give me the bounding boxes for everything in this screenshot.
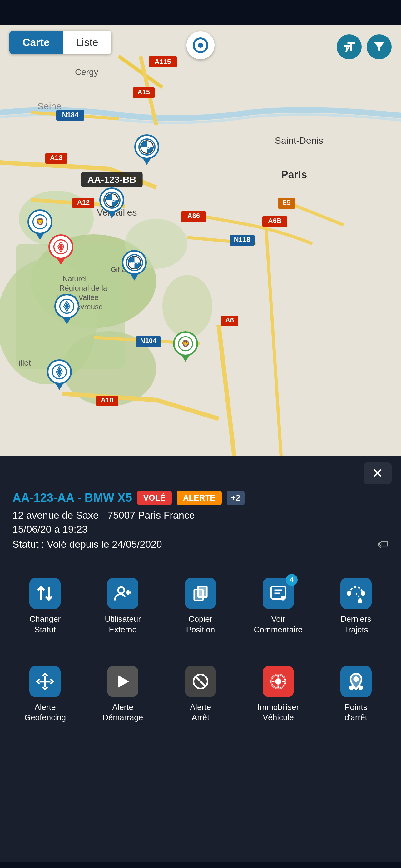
- vehicle-statut: Statut : Volé depuis le 24/05/2020 🏷: [12, 538, 389, 551]
- marker-bmw3[interactable]: BMW: [122, 250, 147, 281]
- changer-statut-label: ChangerStatut: [30, 614, 61, 635]
- changer-statut-icon-wrap: [29, 578, 61, 609]
- bmw-logo-2: BMW: [103, 191, 121, 209]
- marker-circle-peugeot2: 🦁: [173, 331, 198, 356]
- svg-text:BMW: BMW: [131, 262, 138, 265]
- marker-triangle-peugeot2: [182, 355, 189, 362]
- marker-triangle-peugeot1: [36, 234, 44, 240]
- top-right-buttons: [337, 34, 392, 59]
- renault-logo-2: [59, 299, 75, 314]
- peugeot-logo-1: 🦁: [32, 214, 48, 230]
- svg-point-95: [359, 686, 362, 689]
- actions-grid-row2: AlerteGeofencing AlerteDémarrage AlerteA…: [0, 648, 401, 736]
- svg-point-87: [276, 679, 280, 684]
- vehicle-address: 12 avenue de Saxe - 75007 Paris France: [12, 509, 389, 521]
- peugeot-logo-2: 🦁: [178, 336, 193, 351]
- svg-text:A6B: A6B: [268, 217, 282, 225]
- renault-logo-1: [53, 239, 69, 255]
- alerte-demarrage-icon-wrap: [107, 666, 138, 697]
- marker-circle-bmw3: BMW: [122, 250, 147, 275]
- points-darret-icon: [347, 672, 365, 691]
- action-voir-commentaire[interactable]: 4 VoirCommentaire: [239, 569, 317, 642]
- tab-group[interactable]: Carte Liste: [9, 31, 111, 54]
- alerte-demarrage-label: AlerteDémarrage: [102, 702, 143, 723]
- copier-position-icon-wrap: [185, 578, 216, 609]
- badge-vole: VOLÉ: [137, 491, 172, 505]
- svg-point-78: [347, 592, 350, 595]
- immobiliser-icon-wrap: [263, 666, 294, 697]
- marker-triangle-renault3: [56, 384, 63, 390]
- svg-rect-73: [198, 587, 207, 597]
- close-icon: ✕: [372, 466, 383, 480]
- vehicle-title-text: AA-123-AA - BMW X5: [12, 491, 132, 505]
- svg-text:E5: E5: [282, 199, 291, 207]
- marker-triangle-bmw1: [143, 159, 151, 165]
- svg-text:BMW: BMW: [143, 146, 151, 149]
- close-panel-button[interactable]: ✕: [364, 462, 392, 484]
- font-size-button[interactable]: [337, 34, 362, 59]
- action-alerte-demarrage[interactable]: AlerteDémarrage: [84, 658, 162, 730]
- marker-circle-peugeot1: 🦁: [28, 209, 53, 234]
- action-copier-position[interactable]: CopierPosition: [162, 569, 239, 642]
- location-icon: [193, 37, 208, 53]
- svg-text:illet: illet: [19, 358, 31, 367]
- action-derniers-trajets[interactable]: DerniersTrajets: [317, 569, 395, 642]
- svg-text:N118: N118: [234, 236, 250, 243]
- svg-text:Régional de la: Régional de la: [59, 284, 107, 292]
- svg-point-68: [118, 587, 124, 593]
- marker-circle-bmw2: BMW: [99, 187, 124, 213]
- bottom-panel: ✕ AA-123-AA - BMW X5 VOLÉ ALERTE +2 12 a…: [0, 456, 401, 862]
- svg-text:A6: A6: [225, 316, 234, 324]
- changer-statut-icon: [36, 584, 54, 603]
- marker-peugeot1[interactable]: 🦁: [28, 209, 53, 240]
- actions-grid-row1: ChangerStatut UtilisateurExterne: [0, 560, 401, 648]
- copier-position-icon: [191, 584, 210, 603]
- utilisateur-externe-label: UtilisateurExterne: [105, 614, 141, 635]
- alerte-demarrage-icon: [113, 672, 132, 691]
- tab-liste-button[interactable]: Liste: [63, 31, 111, 54]
- svg-text:A86: A86: [188, 212, 200, 220]
- marker-bmw1[interactable]: BMW: [134, 134, 159, 165]
- marker-peugeot2[interactable]: 🦁: [173, 331, 198, 362]
- vehicle-date: 15/06/20 à 19:23: [12, 524, 389, 535]
- bmw-logo-1: BMW: [138, 138, 156, 156]
- tab-carte-button[interactable]: Carte: [9, 31, 63, 54]
- filter-icon: [372, 40, 386, 54]
- action-alerte-geofencing[interactable]: AlerteGeofencing: [6, 658, 84, 730]
- filter-button[interactable]: [367, 34, 392, 59]
- svg-text:Naturel: Naturel: [63, 274, 87, 283]
- renault-logo-3: [52, 364, 67, 380]
- action-changer-statut[interactable]: ChangerStatut: [6, 569, 84, 642]
- action-immobiliser[interactable]: ImmobiliserVéhicule: [239, 658, 317, 730]
- marker-renault2[interactable]: [54, 294, 79, 324]
- svg-line-85: [195, 676, 206, 687]
- points-darret-label: Pointsd'arrêt: [344, 702, 367, 723]
- vehicle-info: AA-123-AA - BMW X5 VOLÉ ALERTE +2 12 ave…: [0, 484, 401, 560]
- badge-alerte: ALERTE: [177, 491, 222, 505]
- svg-point-94: [350, 686, 353, 689]
- tag-icon: 🏷: [377, 538, 389, 551]
- marker-circle-bmw1: BMW: [134, 134, 159, 159]
- action-utilisateur-externe[interactable]: UtilisateurExterne: [84, 569, 162, 642]
- marker-triangle-bmw2: [108, 212, 115, 218]
- marker-renault3[interactable]: [47, 359, 72, 390]
- marker-bmw2[interactable]: AA-123-BB BMW: [99, 178, 124, 218]
- derniers-trajets-icon: [347, 584, 365, 603]
- action-points-darret[interactable]: Pointsd'arrêt: [317, 658, 395, 730]
- alerte-arret-icon: [191, 672, 210, 691]
- alerte-arret-icon-wrap: [185, 666, 216, 697]
- svg-text:A15: A15: [137, 88, 150, 96]
- svg-text:A13: A13: [50, 154, 63, 161]
- utilisateur-externe-icon: [113, 584, 132, 603]
- map-container[interactable]: Seine A115 A15 N184: [0, 25, 401, 456]
- alerte-geofencing-icon-wrap: [29, 666, 61, 697]
- derniers-trajets-icon-wrap: [340, 578, 372, 609]
- action-alerte-arret[interactable]: AlerteArrêt: [162, 658, 239, 730]
- marker-triangle-renault2: [63, 318, 71, 324]
- location-center-button[interactable]: [187, 31, 214, 59]
- svg-text:Seine: Seine: [37, 101, 62, 111]
- svg-text:A12: A12: [77, 198, 90, 206]
- svg-point-93: [354, 677, 358, 681]
- bmw-logo-3: BMW: [126, 254, 143, 271]
- svg-text:A10: A10: [101, 396, 113, 404]
